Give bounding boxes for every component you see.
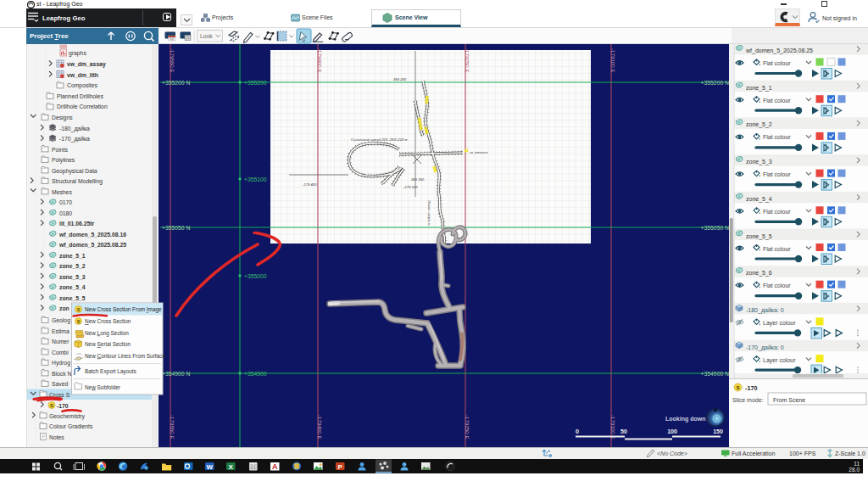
svg-text:28.0: 28.0 — [849, 467, 860, 473]
svg-text:W: W — [206, 463, 213, 471]
svg-text:11: 11 — [854, 461, 860, 467]
svg-text:X: X — [229, 463, 234, 471]
svg-text:P: P — [338, 463, 343, 471]
svg-text:A: A — [272, 462, 278, 471]
